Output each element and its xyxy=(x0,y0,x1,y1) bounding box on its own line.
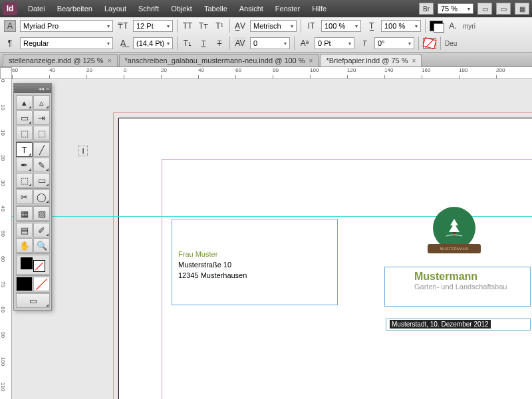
baseline-select[interactable]: 0 Pt xyxy=(315,37,354,49)
skew-select[interactable]: 0° xyxy=(374,37,414,49)
ruler-vertical[interactable]: 010102030405060708090100110120 xyxy=(0,79,12,399)
tracking-select[interactable]: 0 xyxy=(250,37,290,49)
scissors-tool[interactable]: ✂ xyxy=(16,190,33,204)
superscript-icon[interactable]: T¹ xyxy=(213,20,225,32)
menu-objekt[interactable]: Objekt xyxy=(166,2,198,15)
view-mode-toggle[interactable]: ▭ xyxy=(16,293,50,308)
tab-stellenanzeige[interactable]: stellenanzeige.indd @ 125 %× xyxy=(3,54,118,66)
close-icon[interactable]: × xyxy=(309,57,313,65)
kerning-select[interactable]: Metrisch xyxy=(250,20,297,32)
content-collector-tool[interactable]: ⬚ xyxy=(16,126,33,140)
apply-none[interactable] xyxy=(33,277,50,291)
pencil-tool[interactable]: ✎ xyxy=(33,158,50,172)
skew-icon: T xyxy=(358,37,370,49)
menu-ansicht[interactable]: Ansicht xyxy=(234,2,269,15)
fill-color-swatch[interactable] xyxy=(430,21,443,31)
logo-banner: MUSTERMANN xyxy=(428,244,481,253)
zoom-level[interactable]: 75 % xyxy=(438,3,473,14)
address-text[interactable]: Frau Muster Musterstraße 10 12345 Muster… xyxy=(178,249,247,281)
font-style-select[interactable]: Regular xyxy=(20,37,113,49)
app-logo: Id xyxy=(3,2,17,15)
close-icon[interactable]: × xyxy=(412,57,416,65)
note-tool[interactable]: ▤ xyxy=(16,223,33,237)
para-format-icon[interactable]: ¶ xyxy=(4,37,16,49)
arrange-icon[interactable]: ▦ xyxy=(515,3,529,15)
ruler-horizontal[interactable]: 604020020406080100120140160180200 xyxy=(12,67,532,79)
bridge-icon[interactable]: Br xyxy=(419,3,434,15)
line-tool[interactable]: ╱ xyxy=(33,142,50,157)
hscale-icon: T̲ xyxy=(365,20,377,32)
canvas[interactable]: Frau Muster Musterstraße 10 12345 Muster… xyxy=(12,79,532,399)
underline-icon[interactable]: T xyxy=(198,37,209,49)
document-tabs: stellenanzeige.indd @ 125 %× *anschreibe… xyxy=(0,53,532,67)
recipient-city: 12345 Musterhausen xyxy=(178,270,247,281)
font-short-label: myri xyxy=(463,23,475,30)
svg-rect-0 xyxy=(453,232,456,236)
eyedropper-tool[interactable]: ✐ xyxy=(33,223,50,237)
collapse-icon[interactable]: ◂◂ xyxy=(39,86,44,92)
menu-schrift[interactable]: Schrift xyxy=(133,2,164,15)
leading-select[interactable]: (14,4 Pt) xyxy=(133,37,173,49)
font-family-select[interactable]: Myriad Pro xyxy=(20,20,113,32)
charstyle-icon[interactable]: A. xyxy=(447,20,459,32)
leading-icon: A͟ xyxy=(117,37,129,49)
menu-layout[interactable]: Layout xyxy=(99,2,132,15)
subscript-icon[interactable]: T₁ xyxy=(182,37,194,49)
tools-panel[interactable]: ◂◂ × ▴ ▵ ▭ ⇥ ⬚ ⬚ T ╱ ✒ ✎ ⬚ ▭ ✂ ◯ ▦ ▨ ▤ ✐… xyxy=(13,83,52,311)
content-placer-tool[interactable]: ⬚ xyxy=(33,126,50,140)
hand-tool[interactable]: ✋ xyxy=(16,238,33,253)
rectangle-frame-tool[interactable]: ⬚ xyxy=(16,173,33,188)
text-cursor-icon: I xyxy=(78,146,88,156)
stroke-color-swatch[interactable] xyxy=(423,38,436,49)
pen-tool[interactable]: ✒ xyxy=(16,158,33,172)
close-icon[interactable]: × xyxy=(108,57,112,65)
workspace: 604020020406080100120140160180200 010102… xyxy=(0,67,532,399)
allcaps-icon[interactable]: TT xyxy=(182,20,194,32)
ruler-origin[interactable] xyxy=(0,67,12,79)
free-transform-tool[interactable]: ◯ xyxy=(33,190,50,204)
menu-datei[interactable]: Datei xyxy=(23,2,51,15)
type-tool[interactable]: T xyxy=(16,142,33,157)
font-size-icon: ₸T xyxy=(117,20,129,32)
menu-tabelle[interactable]: Tabelle xyxy=(199,2,233,15)
vscale-icon: IT xyxy=(305,20,317,32)
gradient-feather-tool[interactable]: ▨ xyxy=(33,206,50,221)
logo-tree-icon xyxy=(433,207,475,249)
direct-selection-tool[interactable]: ▵ xyxy=(33,95,50,110)
page-tool[interactable]: ▭ xyxy=(16,110,33,125)
company-logo[interactable]: MUSTERMANN xyxy=(428,207,481,260)
font-size-select[interactable]: 12 Pt xyxy=(133,20,173,32)
kerning-icon: A̲V xyxy=(234,20,246,32)
gap-tool[interactable]: ⇥ xyxy=(33,110,50,125)
tab-briefpapier[interactable]: *Briefpapier.indd @ 75 %× xyxy=(320,54,422,66)
hscale-select[interactable]: 100 % xyxy=(381,20,421,32)
recipient-name: Frau Muster xyxy=(178,249,247,259)
apply-color[interactable] xyxy=(16,277,33,291)
company-name: Mustermann xyxy=(414,271,507,283)
control-panel: A Myriad Pro ₸T 12 Pt TT Tᴛ T¹ A̲V Metri… xyxy=(0,17,532,53)
gradient-swatch-tool[interactable]: ▦ xyxy=(16,206,33,221)
smallcaps-icon[interactable]: Tᴛ xyxy=(198,20,209,32)
menu-hilfe[interactable]: Hilfe xyxy=(307,2,332,15)
menu-fenster[interactable]: Fenster xyxy=(270,2,305,15)
fill-stroke-swatch[interactable] xyxy=(16,255,50,275)
char-format-icon[interactable]: A xyxy=(4,20,16,32)
screen-mode-icon[interactable]: ▭ xyxy=(496,3,511,15)
date-text-selected[interactable]: Musterstadt, 10. Dezember 2012 xyxy=(390,320,491,329)
tab-anschreiben[interactable]: *anschreiben_galabau_mustermann-neu.indd… xyxy=(119,54,319,66)
tracking-icon: AV xyxy=(234,37,246,49)
close-icon[interactable]: × xyxy=(46,86,49,92)
company-text[interactable]: Mustermann Garten- und Landschaftsbau xyxy=(414,271,507,291)
selection-tool[interactable]: ▴ xyxy=(16,95,33,110)
view-options-icon[interactable]: ▭ xyxy=(477,3,492,15)
recipient-street: Musterstraße 10 xyxy=(178,259,247,270)
menubar: Id Datei Bearbeiten Layout Schrift Objek… xyxy=(0,0,532,17)
panel-header[interactable]: ◂◂ × xyxy=(14,84,51,93)
strike-icon[interactable]: T xyxy=(213,37,225,49)
rectangle-tool[interactable]: ▭ xyxy=(33,173,50,188)
vscale-select[interactable]: 100 % xyxy=(321,20,361,32)
zoom-tool[interactable]: 🔍 xyxy=(33,238,50,253)
lang-label: Deu xyxy=(445,40,457,47)
menu-bearbeiten[interactable]: Bearbeiten xyxy=(52,2,98,15)
baseline-icon: Aª xyxy=(299,37,311,49)
